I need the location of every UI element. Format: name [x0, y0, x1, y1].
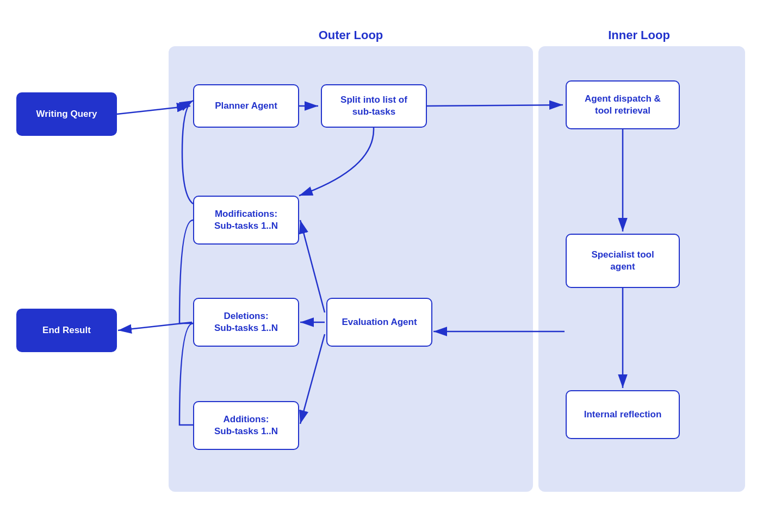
internal-reflection-node: Internal reflection [566, 390, 680, 439]
outer-loop-label: Outer Loop [171, 28, 530, 42]
agent-dispatch-node: Agent dispatch &tool retrieval [566, 80, 680, 129]
deletions-node: Deletions:Sub-tasks 1..N [193, 298, 299, 347]
split-subtasks-node: Split into list ofsub-tasks [321, 84, 427, 128]
inner-loop-label: Inner Loop [536, 28, 742, 42]
planner-agent-node: Planner Agent [193, 84, 299, 128]
evaluation-agent-node: Evaluation Agent [326, 298, 432, 347]
writing-query-node: Writing Query [16, 92, 117, 136]
specialist-tool-node: Specialist toolagent [566, 234, 680, 288]
additions-node: Additions:Sub-tasks 1..N [193, 401, 299, 450]
diagram-container: Outer Loop Inner Loop Writing Query End … [0, 0, 775, 532]
end-result-node: End Result [16, 309, 117, 352]
modifications-node: Modifications:Sub-tasks 1..N [193, 196, 299, 245]
